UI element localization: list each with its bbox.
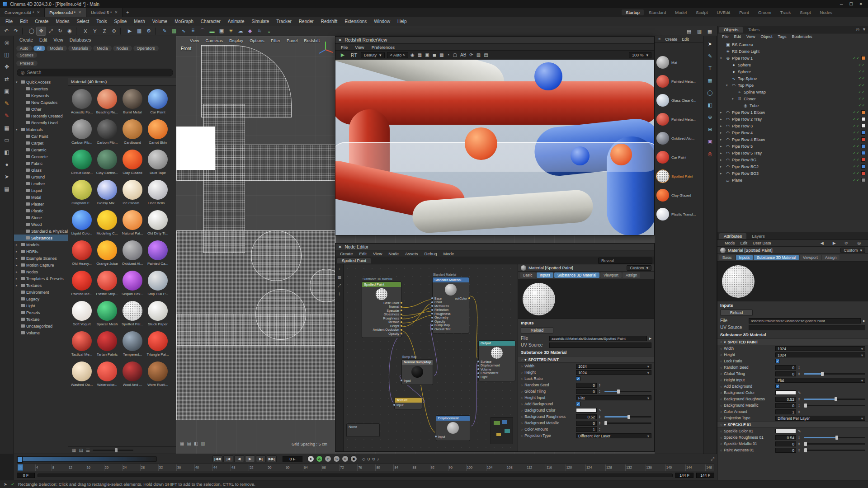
tree-item[interactable]: Standard & Physical: [14, 228, 68, 235]
node-title[interactable]: Output: [479, 341, 515, 346]
slider[interactable]: [604, 391, 651, 392]
object-label[interactable]: Top Spline: [738, 76, 757, 81]
object-label[interactable]: RS Dome Light: [732, 49, 760, 54]
material-thumbnail[interactable]: [123, 240, 142, 260]
menu-item[interactable]: Help: [394, 18, 410, 25]
value-steppers[interactable]: [798, 397, 800, 401]
keyframe-selection-icon[interactable]: ◇: [362, 457, 365, 461]
anim-dot-icon[interactable]: ○: [720, 398, 722, 401]
menu-item[interactable]: Window: [370, 18, 394, 25]
anim-dot-icon[interactable]: ○: [521, 403, 523, 406]
range-end-field[interactable]: 144 F: [675, 473, 693, 478]
material-item[interactable]: Clay Earthe...: [94, 148, 120, 178]
object-row[interactable]: ▸ ◠ Pipe Row 4 Elbow ✓✓: [717, 136, 868, 143]
undo-icon[interactable]: ↶: [2, 27, 11, 35]
tree-expand-icon[interactable]: ▾: [16, 80, 19, 84]
workspace-tab[interactable]: Standard: [645, 9, 670, 15]
material-item[interactable]: Worn Rusti...: [145, 360, 170, 390]
material-item[interactable]: Burnt Metal: [120, 88, 145, 118]
workspace-tab[interactable]: Nodes: [816, 9, 836, 15]
material-thumbnail[interactable]: [72, 150, 92, 169]
port-dot-icon[interactable]: [431, 309, 433, 311]
value-steppers[interactable]: [798, 366, 800, 369]
anim-dot-icon[interactable]: ○: [521, 365, 523, 368]
menu-item[interactable]: Extensions: [341, 18, 370, 25]
eyedropper-icon[interactable]: ✎: [599, 408, 602, 413]
material-item[interactable]: Plastic Strip...: [94, 269, 120, 300]
material-item[interactable]: Orange Juice: [94, 239, 120, 269]
asset-menu-item[interactable]: View: [51, 38, 66, 42]
material-thumbnail[interactable]: [148, 180, 168, 200]
node-output-port[interactable]: Metallic: [373, 320, 399, 324]
crop-icon[interactable]: ▣: [425, 52, 429, 57]
split-view-icon[interactable]: ◧: [2, 148, 11, 157]
object-row[interactable]: ☀ RS Dome Light ✓✓: [717, 48, 868, 55]
timeline-range-bar[interactable]: [17, 456, 157, 462]
asset-filter-chip[interactable]: Scenes: [16, 52, 37, 58]
split-icon[interactable]: ◧: [706, 101, 714, 109]
material-strip-menu-item[interactable]: Edit: [680, 37, 691, 42]
lock-icon[interactable]: ◼: [433, 52, 436, 57]
tree-item[interactable]: ▸ Example Scenes: [14, 255, 68, 262]
node-editor-menu-item[interactable]: Debug: [422, 251, 440, 256]
value-field[interactable]: 0: [576, 383, 597, 388]
presets-chip[interactable]: Presets: [16, 61, 38, 66]
rotate-icon[interactable]: ↻: [56, 27, 65, 35]
material-tab[interactable]: Basic: [520, 272, 536, 278]
material-item[interactable]: Wool And ...: [120, 360, 145, 390]
thumbnail-size-slider[interactable]: [93, 450, 133, 451]
axis-z-button[interactable]: Z: [100, 27, 109, 35]
value-field[interactable]: 0: [775, 448, 796, 453]
object-menu-item[interactable]: View: [744, 34, 758, 39]
node-input-port[interactable]: Displacement: [481, 364, 500, 368]
select-arrow-icon[interactable]: ➤: [2, 172, 11, 181]
value-field[interactable]: 1: [576, 427, 597, 432]
material-thumbnail[interactable]: [72, 210, 92, 230]
material-strip-item[interactable]: Painted Meta...: [655, 75, 703, 88]
material-item[interactable]: Carrot Skin: [145, 118, 170, 148]
key-parameter-button[interactable]: ◆: [350, 455, 357, 462]
anim-dot-icon[interactable]: ○: [521, 390, 523, 393]
plane-mode-icon[interactable]: ▭: [2, 136, 11, 145]
custom-dropdown[interactable]: Custom▾: [627, 265, 651, 271]
anim-dot-icon[interactable]: ○: [720, 423, 722, 426]
material-strip-item[interactable]: Mat: [655, 56, 703, 69]
tree-item[interactable]: ▸ Templates & Presets: [14, 275, 68, 282]
node-input-port[interactable]: Input: [438, 435, 445, 439]
anim-dot-icon[interactable]: ○: [720, 436, 722, 439]
ne-info-icon[interactable]: i: [339, 292, 340, 296]
material-item[interactable]: Soft Yogurt: [69, 300, 94, 330]
object-menu-item[interactable]: Edit: [731, 34, 744, 39]
material-item[interactable]: Tactical Me...: [69, 330, 94, 360]
port-dot-icon[interactable]: [401, 314, 402, 315]
sky-object-icon[interactable]: ☁: [236, 27, 245, 35]
menu-item[interactable]: MoGraph: [171, 18, 197, 25]
anim-dot-icon[interactable]: ○: [720, 366, 722, 369]
material-strip-menu-item[interactable]: Create: [663, 37, 679, 42]
section-collapse-icon[interactable]: ▾: [524, 357, 526, 362]
material-thumbnail[interactable]: [123, 150, 142, 169]
node-input-port[interactable]: Overall Tint: [434, 327, 450, 331]
anim-dot-icon[interactable]: ○: [720, 360, 722, 363]
menu-item[interactable]: Render: [295, 18, 317, 25]
material-item[interactable]: Oxidized Al...: [120, 239, 145, 269]
port-dot-icon[interactable]: [401, 321, 402, 323]
array-icon[interactable]: ⊞: [706, 125, 714, 133]
material-item[interactable]: Painted Me...: [69, 269, 94, 300]
tree-item[interactable]: Carpet: [14, 140, 68, 146]
workspace-tab[interactable]: UVEdit: [713, 9, 735, 15]
material-item[interactable]: Old Dirty Ti...: [145, 209, 170, 239]
tree-item[interactable]: Car Paint: [14, 133, 68, 140]
document-tab[interactable]: Untitled 5 * ✕: [86, 8, 123, 17]
object-label[interactable]: Spline Wrap: [744, 90, 766, 94]
material-thumbnail[interactable]: [72, 271, 92, 291]
visibility-dots-icon[interactable]: ✓✓: [859, 97, 865, 101]
anim-dot-icon[interactable]: ○: [521, 384, 523, 387]
anim-dot-icon[interactable]: ○: [720, 347, 722, 350]
visibility-dots-icon[interactable]: ✓✓: [853, 137, 860, 141]
key-position-button[interactable]: P: [325, 455, 331, 462]
material-thumbnail[interactable]: [72, 180, 92, 200]
dropdown[interactable]: 1024▾: [576, 370, 651, 375]
history-nav-icon[interactable]: ◀: [818, 241, 826, 245]
magnet-icon[interactable]: ∪: [367, 457, 370, 461]
